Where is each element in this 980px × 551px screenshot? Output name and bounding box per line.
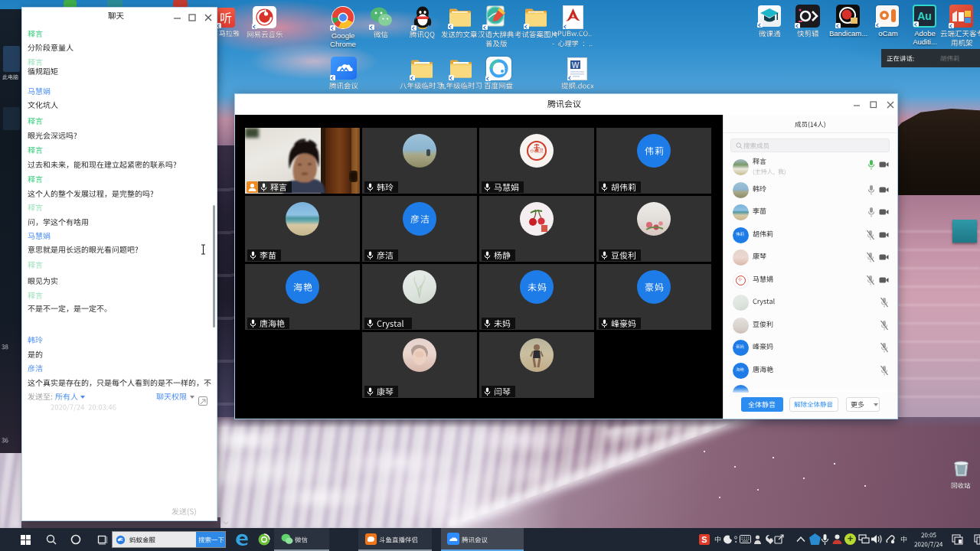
svg-text:W: W — [572, 61, 580, 70]
